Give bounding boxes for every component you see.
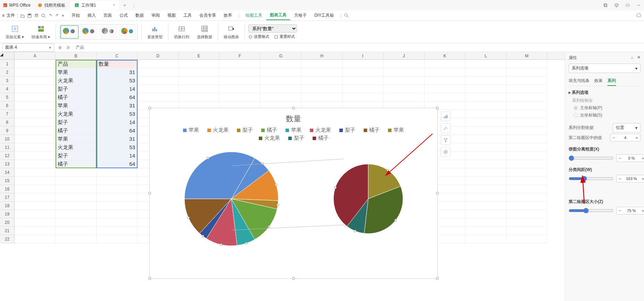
cell[interactable] bbox=[465, 118, 506, 127]
cell[interactable] bbox=[97, 185, 138, 193]
col-header[interactable]: F bbox=[220, 52, 261, 59]
cell[interactable] bbox=[302, 68, 342, 76]
cell[interactable] bbox=[465, 152, 506, 160]
cell[interactable] bbox=[15, 68, 56, 76]
cell[interactable] bbox=[56, 218, 97, 227]
file-menu[interactable]: 文件 bbox=[7, 13, 15, 18]
col-header[interactable]: L bbox=[465, 52, 506, 59]
cell[interactable] bbox=[342, 60, 383, 68]
redo-icon[interactable] bbox=[55, 13, 60, 18]
cell[interactable] bbox=[56, 235, 97, 243]
cell[interactable] bbox=[97, 193, 138, 202]
cell[interactable]: 火龙果 bbox=[56, 110, 97, 118]
cell[interactable] bbox=[220, 85, 261, 93]
menu-member[interactable]: 会员专享 bbox=[196, 11, 220, 20]
preset-3[interactable] bbox=[99, 25, 117, 39]
cell[interactable] bbox=[138, 85, 179, 93]
cell[interactable] bbox=[302, 93, 342, 101]
copy-icon[interactable] bbox=[603, 3, 608, 8]
col-header[interactable]: E bbox=[179, 52, 220, 59]
stepper-minus[interactable]: − bbox=[617, 208, 624, 213]
row-header[interactable]: 17 bbox=[0, 193, 15, 202]
stepper-plus[interactable]: + bbox=[639, 208, 644, 213]
menu-chart-tools[interactable]: 图表工具 bbox=[266, 11, 290, 20]
resize-handle[interactable] bbox=[148, 107, 151, 109]
cell[interactable] bbox=[506, 218, 547, 227]
col-header[interactable]: A bbox=[15, 52, 56, 59]
cell[interactable] bbox=[465, 193, 506, 202]
stepper-minus[interactable]: − bbox=[617, 156, 624, 161]
stepper-plus[interactable]: + bbox=[633, 135, 640, 140]
cell[interactable] bbox=[465, 143, 506, 152]
move-chart-button[interactable]: 移动图表 bbox=[222, 24, 241, 40]
cell[interactable] bbox=[506, 135, 547, 143]
cell[interactable] bbox=[97, 168, 138, 177]
menu-insert[interactable]: 插入 bbox=[84, 11, 99, 20]
cell[interactable] bbox=[465, 218, 506, 227]
cell[interactable] bbox=[506, 177, 547, 185]
cell[interactable] bbox=[465, 110, 506, 118]
cell[interactable] bbox=[15, 210, 56, 218]
row-header[interactable]: 20 bbox=[0, 218, 15, 227]
cell[interactable]: 64 bbox=[97, 93, 138, 101]
slice-handle[interactable] bbox=[354, 230, 356, 232]
cell[interactable]: 苹果 bbox=[56, 135, 97, 143]
slice-handle[interactable] bbox=[201, 235, 204, 237]
cell[interactable] bbox=[220, 93, 261, 101]
tab-workbook[interactable]: S 工作簿1 • bbox=[70, 1, 119, 10]
cell[interactable] bbox=[506, 227, 547, 235]
cell[interactable] bbox=[383, 60, 424, 68]
col-header[interactable]: M bbox=[506, 52, 547, 59]
row-header[interactable]: 15 bbox=[0, 177, 15, 185]
legend-item[interactable]: 苹果 bbox=[183, 127, 199, 133]
resize-handle[interactable] bbox=[292, 107, 295, 109]
cell[interactable]: 31 bbox=[97, 101, 138, 110]
cell[interactable] bbox=[97, 210, 138, 218]
cell[interactable] bbox=[506, 85, 547, 93]
cell[interactable] bbox=[506, 76, 547, 85]
cell[interactable] bbox=[138, 60, 179, 68]
close-panel-icon[interactable]: ✕ bbox=[637, 55, 641, 60]
legend-item[interactable]: 火龙果 bbox=[207, 127, 229, 133]
cell[interactable] bbox=[15, 118, 56, 127]
chart-elements-button[interactable] bbox=[441, 112, 451, 121]
cell[interactable] bbox=[15, 60, 56, 68]
cell[interactable] bbox=[465, 93, 506, 101]
cell[interactable] bbox=[506, 101, 547, 110]
cell[interactable] bbox=[15, 193, 56, 202]
cell[interactable] bbox=[261, 85, 302, 93]
save-icon[interactable] bbox=[27, 13, 32, 18]
cell[interactable] bbox=[15, 227, 56, 235]
cell[interactable] bbox=[506, 110, 547, 118]
slice-handle[interactable] bbox=[261, 163, 263, 165]
explode-stepper[interactable]: − 0 % + bbox=[616, 154, 644, 162]
cell[interactable] bbox=[424, 60, 465, 68]
cell[interactable] bbox=[56, 193, 97, 202]
cell[interactable] bbox=[56, 185, 97, 193]
legend-item[interactable]: 橘子 bbox=[261, 127, 277, 133]
cell[interactable] bbox=[342, 76, 383, 85]
select-data-button[interactable]: 选择数据 bbox=[195, 24, 214, 40]
tab-effect[interactable]: 效果 bbox=[594, 76, 603, 86]
cell[interactable] bbox=[97, 218, 138, 227]
reset-style-button[interactable]: 重置样式 bbox=[274, 34, 295, 39]
cell[interactable] bbox=[465, 185, 506, 193]
cell[interactable] bbox=[465, 235, 506, 243]
cell[interactable] bbox=[506, 210, 547, 218]
change-type-button[interactable]: 更改类型 bbox=[145, 24, 165, 40]
row-header[interactable]: 18 bbox=[0, 202, 15, 210]
legend-item[interactable]: 橘子 bbox=[364, 127, 380, 133]
add-element-button[interactable]: 添加元素 ▾ bbox=[3, 24, 26, 40]
pin-icon[interactable]: ⟂ bbox=[631, 55, 633, 60]
cell[interactable] bbox=[383, 93, 424, 101]
slice-handle[interactable] bbox=[268, 226, 270, 228]
slice-handle[interactable] bbox=[395, 219, 397, 221]
stepper-minus[interactable]: − bbox=[617, 176, 624, 181]
cell[interactable] bbox=[465, 160, 506, 168]
menu-page[interactable]: 页面 bbox=[100, 11, 115, 20]
cell[interactable] bbox=[15, 202, 56, 210]
cell[interactable] bbox=[506, 185, 547, 193]
cell[interactable] bbox=[179, 68, 220, 76]
cell[interactable]: 14 bbox=[97, 118, 138, 127]
cell[interactable] bbox=[15, 110, 56, 118]
